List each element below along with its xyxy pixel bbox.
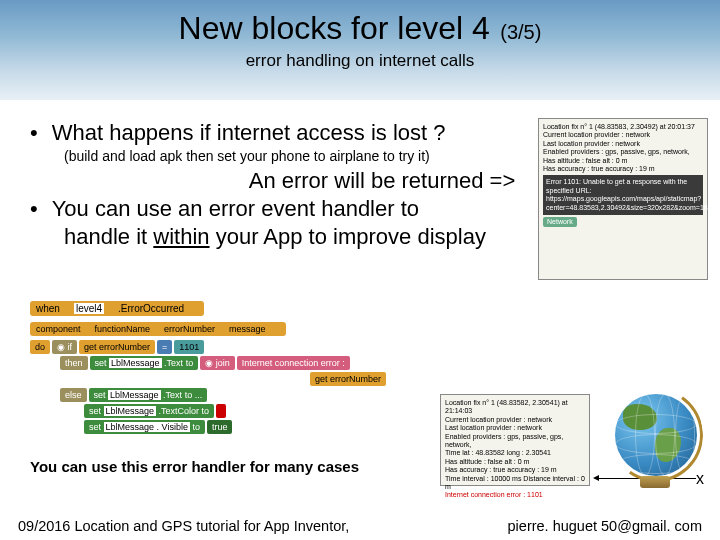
bullet-dot: • [30,120,38,146]
do-label: do [30,340,50,354]
globe-icon [606,388,706,488]
footer-left: 09/2016 Location and GPS tutorial for Ap… [18,518,349,534]
summary-note: You can use this error handler for many … [30,458,359,475]
bullet-1: What happens if internet access is lost … [52,120,446,146]
footer-right: pierre. huguet 50@gmail. com [508,518,702,534]
title-main: New blocks for level 4 [179,10,490,46]
network-button: Network [543,217,577,227]
str-literal: Internet connection error : [237,356,350,370]
bullet-2-underline: within [153,224,209,249]
bullet-2-line2a: handle it [64,224,153,249]
subtitle: error handling on internet calls [0,51,720,71]
phone-screenshot-error: Location fix n° 1 (48.83583, 2.30492) at… [538,118,708,280]
else-label: else [60,388,87,402]
bool-true: true [207,420,233,434]
get-errnum2: get errorNumber [310,372,386,386]
phone-screenshot-handled: Location fix n° 1 (48.83582, 2.30541) at… [440,394,590,486]
set-color: set LblMessage .TextColor to [84,404,214,418]
footer: 09/2016 Location and GPS tutorial for Ap… [0,518,720,534]
event-header: whenlevel4.ErrorOccurred [30,301,204,316]
set-block: set LblMessage .Text to [90,356,199,370]
bullet-2-line2c: your App to improve display [210,224,486,249]
color-swatch [216,404,226,418]
eq-op: = [157,340,172,354]
join-block: ◉ join [200,356,235,370]
code-blocks: whenlevel4.ErrorOccurred componentfuncti… [30,298,510,448]
event-params: componentfunctionNameerrorNumbermessage [30,322,286,336]
title-counter: (3/5) [500,21,541,43]
num-1101: 1101 [174,340,204,354]
title-band: New blocks for level 4 (3/5) error handl… [0,0,720,100]
handled-error-text: Internet connection error : 1101 [445,491,585,499]
then-label: then [60,356,88,370]
set-block: set LblMessage .Text to ... [89,388,208,402]
get-errnum: get errorNumber [79,340,155,354]
error-toast: Error 1101: Unable to get a response wit… [543,175,703,215]
bullet-2-line1: You can use an error event handler to [52,196,419,222]
bullet-dot: • [30,196,38,222]
set-visible: set LblMessage . Visible to [84,420,205,434]
if-block: ◉ if [52,340,77,354]
